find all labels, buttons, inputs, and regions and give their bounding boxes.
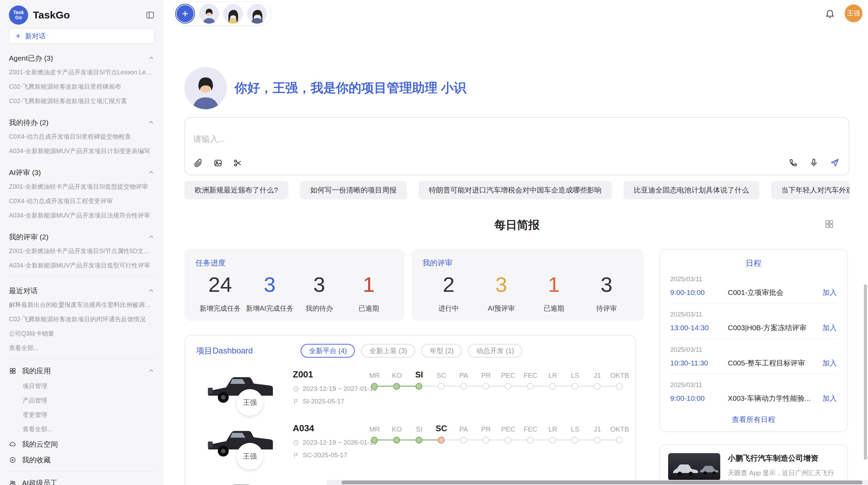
schedule-join-link[interactable]: 加入 bbox=[822, 323, 837, 333]
schedule-join-link[interactable]: 加入 bbox=[822, 288, 837, 297]
dashboard-filter-chip[interactable]: 动总开发 (1) bbox=[468, 344, 522, 358]
agent-avatar-3[interactable] bbox=[247, 4, 267, 24]
app-item[interactable]: 产品管理 bbox=[23, 393, 155, 408]
app-item[interactable]: 项目管理 bbox=[23, 379, 155, 393]
sidebar-task-item[interactable]: C0X4-动力总成开发项目SI里程碑提交物检查 bbox=[9, 129, 155, 144]
chevron-up-icon bbox=[148, 234, 155, 240]
milestone-dot[interactable] bbox=[438, 437, 445, 444]
milestone-dot[interactable] bbox=[571, 383, 578, 390]
app-item[interactable]: 变更管理 bbox=[23, 408, 155, 422]
milestone-dot[interactable] bbox=[460, 437, 467, 444]
layout-grid-icon[interactable] bbox=[824, 219, 834, 229]
recent-chat-item[interactable]: 解释最新出台的欧盟报废车法规再生塑料比例被调至15%... bbox=[9, 298, 155, 312]
attachment-icon[interactable] bbox=[193, 158, 203, 168]
sidebar-group-header[interactable]: AI评审 (3) bbox=[9, 166, 155, 179]
apps-view-all[interactable]: 查看全部... bbox=[9, 422, 155, 436]
sidebar-item-我的云空间[interactable]: 我的云空间 bbox=[9, 436, 155, 452]
milestone-dot[interactable] bbox=[571, 437, 578, 444]
stat-card-title: 任务进度 bbox=[195, 258, 394, 268]
milestone-dot[interactable] bbox=[527, 437, 534, 444]
sidebar-collapse-icon[interactable] bbox=[146, 11, 155, 20]
scissors-icon[interactable] bbox=[233, 158, 243, 168]
notification-bell-icon[interactable] bbox=[825, 8, 835, 18]
news-card[interactable]: 小鹏飞行汽车制造公司增资 天眼查 App 显示，近日广州汇天飞行汽... bbox=[659, 444, 848, 485]
milestone-dot[interactable] bbox=[549, 383, 556, 390]
assistant-avatar bbox=[184, 67, 227, 109]
voice-call-icon[interactable] bbox=[788, 158, 798, 167]
milestone-dot[interactable] bbox=[415, 437, 422, 444]
milestone-dot[interactable] bbox=[393, 437, 400, 444]
plus-icon bbox=[15, 33, 22, 39]
sidebar-task-item[interactable]: Z001-全新燃油轻卡产品开发项目SI节点属性5D文件评审 bbox=[9, 244, 155, 258]
dashboard-filter-chip[interactable]: 全新平台 (4) bbox=[301, 344, 355, 358]
suggestion-chip[interactable]: 特朗普可能对进口汽车增税会对中国车企造成哪些影响 bbox=[419, 181, 612, 199]
schedule-view-all[interactable]: 查看所有日程 bbox=[670, 415, 837, 424]
milestone-dot[interactable] bbox=[482, 383, 489, 390]
milestone-dot[interactable] bbox=[505, 383, 511, 390]
sidebar-task-item[interactable]: Z001-全新燃油皮卡产品开发项目SI节点Lesson Learn报告 bbox=[9, 65, 155, 79]
recent-chats-header[interactable]: 最近对话 bbox=[9, 284, 155, 298]
sidebar-item-AI超级员工[interactable]: AI超级员工 bbox=[9, 475, 155, 485]
schedule-join-link[interactable]: 加入 bbox=[822, 358, 837, 368]
chevron-up-icon bbox=[148, 368, 155, 374]
sidebar-group-header[interactable]: 我的评审 (2) bbox=[9, 230, 155, 244]
milestone-dot[interactable] bbox=[594, 383, 601, 390]
vertical-scrollbar-thumb[interactable] bbox=[864, 284, 867, 460]
send-icon[interactable] bbox=[830, 158, 840, 168]
milestone-dot[interactable] bbox=[505, 437, 511, 444]
sidebar-task-item[interactable]: C02-飞腾新能源轻客改款项目立项汇报方案 bbox=[9, 94, 155, 108]
milestone-dot[interactable] bbox=[460, 383, 467, 390]
milestone-dot[interactable] bbox=[371, 437, 378, 444]
milestone-dot[interactable] bbox=[594, 437, 601, 444]
assistant-hero: 你好，王强，我是你的项目管理助理 小识 bbox=[184, 67, 849, 109]
new-chat-button[interactable]: 新对话 bbox=[9, 28, 155, 44]
sidebar-task-item[interactable]: A034-全新新能源MUV产品开发项目法规符合性评审 bbox=[9, 208, 155, 223]
dashboard-filter-chip[interactable]: 年型 (2) bbox=[421, 344, 462, 358]
milestone-dot[interactable] bbox=[616, 437, 623, 444]
agent-avatar-2[interactable] bbox=[223, 4, 243, 24]
milestone-dot[interactable] bbox=[393, 383, 400, 390]
recent-chat-item[interactable]: C02-飞腾新能源轻客改款项目的闭环通告反馈情况 bbox=[9, 312, 155, 326]
chat-input[interactable] bbox=[193, 134, 673, 144]
milestone-dot[interactable] bbox=[482, 437, 489, 444]
clock-icon bbox=[293, 386, 299, 392]
recent-chat-item[interactable]: 公司Q3轻卡销量 bbox=[9, 326, 155, 341]
chevron-up-icon bbox=[148, 169, 155, 176]
stat-label: 新增AI完成任务 bbox=[245, 304, 295, 313]
milestone-label: PR bbox=[475, 425, 497, 433]
project-flag-text: SI-2025-05-17 bbox=[303, 398, 344, 405]
chevron-up-icon bbox=[148, 55, 155, 62]
agent-avatar-1[interactable] bbox=[199, 4, 219, 24]
dashboard-title: 项目Dashboard bbox=[196, 345, 253, 356]
recent-view-all[interactable]: 查看全部... bbox=[9, 341, 155, 355]
sidebar-group-header[interactable]: Agent已办 (3) bbox=[9, 51, 155, 65]
sidebar-item-我的收藏[interactable]: 我的收藏 bbox=[9, 452, 155, 468]
sidebar-task-item[interactable]: A034-全新新能源MUV产品开发项目造型可行性评审 bbox=[9, 258, 155, 273]
suggestion-chip[interactable]: 如何写一份清晰的项目周报 bbox=[300, 181, 407, 199]
suggestion-chip[interactable]: 比亚迪全固态电池计划具体说了什么 bbox=[624, 181, 759, 199]
milestone-dot[interactable] bbox=[438, 383, 445, 390]
my-apps-header[interactable]: 我的应用 bbox=[9, 363, 155, 379]
milestone-dot[interactable] bbox=[527, 383, 534, 390]
microphone-icon[interactable] bbox=[809, 158, 819, 167]
milestone-label: MR bbox=[363, 372, 386, 380]
milestone-dot[interactable] bbox=[415, 383, 422, 390]
sidebar-task-item[interactable]: C0X4-动力总成开发项目工程变更评审 bbox=[9, 194, 155, 208]
schedule-time: 10:30-11:30 bbox=[670, 359, 728, 367]
sidebar-task-item[interactable]: A034-全新新能源MUV产品开发项目计划变更表编写 bbox=[9, 144, 155, 158]
image-upload-icon[interactable] bbox=[213, 158, 223, 168]
schedule-join-link[interactable]: 加入 bbox=[822, 394, 837, 403]
horizontal-scrollbar-thumb[interactable] bbox=[341, 481, 863, 484]
schedule-title: 日程 bbox=[670, 258, 837, 269]
dashboard-filter-chip[interactable]: 全新上装 (3) bbox=[361, 344, 415, 358]
suggestion-chip[interactable]: 欧洲新规最近颁布了什么? bbox=[184, 181, 288, 199]
milestone-dot[interactable] bbox=[616, 383, 623, 390]
add-agent-button[interactable] bbox=[175, 4, 195, 24]
milestone-dot[interactable] bbox=[371, 383, 378, 390]
sidebar-task-item[interactable]: Z001-全新燃油轻卡产品开发项目SI造型提交物评审 bbox=[9, 179, 155, 194]
user-avatar[interactable]: 王强 bbox=[845, 4, 863, 22]
sidebar-group-header[interactable]: 我的待办 (2) bbox=[9, 116, 155, 129]
milestone-dot[interactable] bbox=[549, 437, 556, 444]
suggestion-chip[interactable]: 当下年轻人对汽车外观有怎样的喜好趋势 bbox=[771, 181, 849, 199]
sidebar-task-item[interactable]: C02-飞腾新能源轻客改款项目里程碑画布 bbox=[9, 79, 155, 94]
